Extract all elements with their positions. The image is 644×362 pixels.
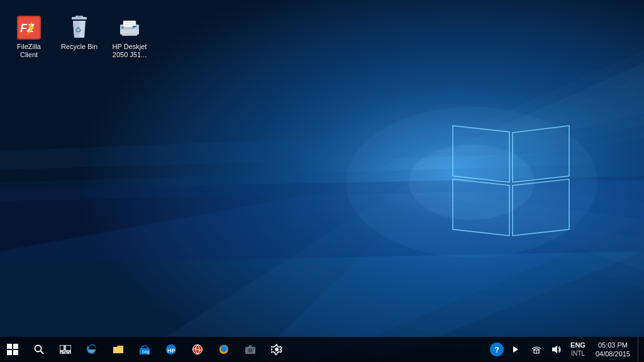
svg-text:HP: HP xyxy=(133,26,138,30)
svg-rect-50 xyxy=(64,352,67,354)
svg-rect-47 xyxy=(60,345,64,351)
taskbar-left: bag HP xyxy=(0,337,490,362)
settings-button[interactable] xyxy=(264,337,289,362)
show-hidden-icons[interactable] xyxy=(508,337,525,362)
svg-rect-49 xyxy=(60,352,63,354)
taskbar-right: ? xyxy=(490,337,644,362)
svg-point-64 xyxy=(250,350,251,351)
desktop-icons: FZ FileZilla Client ♻ xyxy=(6,13,152,62)
svg-rect-31 xyxy=(77,16,81,18)
svg-rect-65 xyxy=(253,348,255,349)
svg-rect-48 xyxy=(65,345,71,351)
svg-rect-40 xyxy=(122,33,137,36)
recycle-bin-icon-item[interactable]: ♻ Recycle Bin xyxy=(57,13,102,53)
task-view-button[interactable] xyxy=(53,337,78,362)
hp-deskjet-icon-item[interactable]: HP HP Deskjet 2050 J51... xyxy=(107,13,152,62)
svg-rect-51 xyxy=(69,352,71,354)
browser-button[interactable] xyxy=(185,337,210,362)
clock-time: 05:03 PM xyxy=(598,341,628,349)
svg-point-23 xyxy=(409,145,535,220)
hp-deskjet-label: HP Deskjet 2050 J51... xyxy=(109,43,150,59)
filezilla-label: FileZilla Client xyxy=(9,43,49,59)
recycle-bin-label: Recycle Bin xyxy=(61,43,97,51)
hp-taskbar-button[interactable]: HP xyxy=(158,337,184,362)
recycle-bin-icon-image: ♻ xyxy=(67,15,92,40)
search-button[interactable] xyxy=(26,337,52,362)
svg-text:HP: HP xyxy=(167,348,175,354)
svg-marker-70 xyxy=(552,346,557,353)
language-region: INTL xyxy=(571,350,585,358)
clock[interactable]: 05:03 PM 04/08/2015 xyxy=(591,337,635,362)
svg-text:bag: bag xyxy=(142,349,150,354)
filezilla-icon-item[interactable]: FZ FileZilla Client xyxy=(6,13,52,62)
camera-button[interactable] xyxy=(238,337,263,362)
taskbar: bag HP xyxy=(0,337,644,362)
svg-rect-42 xyxy=(13,344,18,349)
desktop: FZ FileZilla Client ♻ xyxy=(0,0,644,362)
svg-marker-67 xyxy=(513,346,518,353)
svg-line-46 xyxy=(41,351,44,354)
svg-point-66 xyxy=(275,348,279,351)
filezilla-icon-image: FZ xyxy=(16,15,42,40)
firefox-button[interactable] xyxy=(211,337,236,362)
hp-deskjet-icon-image: HP xyxy=(117,15,142,40)
store-button[interactable]: bag xyxy=(132,337,157,362)
svg-point-39 xyxy=(121,26,124,29)
file-explorer-button[interactable] xyxy=(106,337,131,362)
clock-date: 04/08/2015 xyxy=(596,349,630,358)
start-button[interactable] xyxy=(0,337,25,362)
help-button[interactable]: ? xyxy=(490,343,504,356)
edge-button[interactable] xyxy=(79,337,104,362)
svg-point-45 xyxy=(35,346,42,352)
language-indicator[interactable]: ENG INTL xyxy=(568,337,588,362)
svg-rect-43 xyxy=(7,350,12,355)
svg-rect-41 xyxy=(7,344,12,349)
volume-icon[interactable] xyxy=(548,337,565,362)
svg-rect-44 xyxy=(13,350,18,355)
language-code: ENG xyxy=(570,341,586,349)
svg-text:♻: ♻ xyxy=(75,26,82,35)
show-desktop-button[interactable] xyxy=(638,337,641,362)
network-icon[interactable] xyxy=(528,337,545,362)
